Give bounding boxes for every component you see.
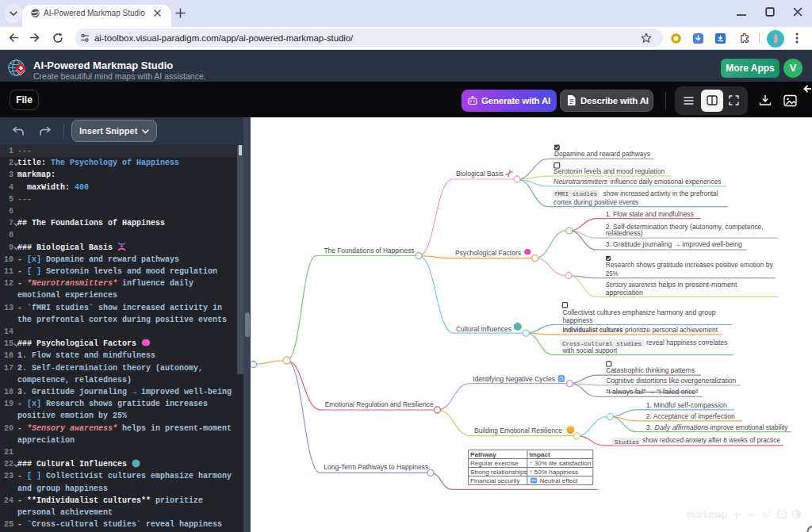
svg-text:Collectivist cultures emphasiz: Collectivist cultures emphasize harmony … <box>562 308 715 316</box>
svg-text:Psychological Factors: Psychological Factors <box>455 249 521 257</box>
svg-text:helps in present-moment: helps in present-moment <box>659 281 738 289</box>
svg-text:fMRI studies: fMRI studies <box>554 191 597 197</box>
svg-text:Identifying Negative Cycles: Identifying Negative Cycles <box>473 375 555 383</box>
svg-text:Neutral effect: Neutral effect <box>540 477 579 484</box>
svg-text:Financial security: Financial security <box>470 477 520 484</box>
svg-text:"I always fail" → "I failed on: "I always fail" → "I failed once" <box>606 388 698 396</box>
svg-text:Serotonin levels and mood regu: Serotonin levels and mood regulation <box>553 167 665 175</box>
svg-text:Cultural Influences: Cultural Influences <box>456 325 511 333</box>
svg-text:3. Gratitude journaling → impr: 3. Gratitude journaling → improved well-… <box>606 240 742 248</box>
svg-text:with social support: with social support <box>561 346 618 354</box>
svg-text:25%: 25% <box>606 270 619 277</box>
svg-text:Building Emotional Resilience: Building Emotional Resilience <box>474 427 562 434</box>
svg-text:Pathway: Pathway <box>470 451 496 458</box>
svg-text:↑ 50% happiness: ↑ 50% happiness <box>530 469 579 476</box>
svg-text:Daily affirmations: Daily affirmations <box>655 423 710 431</box>
svg-text:Long-Term Pathways to Happines: Long-Term Pathways to Happiness <box>324 463 429 471</box>
svg-text:Dopamine and reward pathways: Dopamine and reward pathways <box>554 150 650 158</box>
svg-text:3.: 3. <box>646 423 652 431</box>
svg-text:show increased activity in the: show increased activity in the prefronta… <box>603 189 718 197</box>
svg-text:show reduced anxiety after 8 w: show reduced anxiety after 8 weeks of pr… <box>642 436 780 444</box>
svg-text:Cognitive distortions like ove: Cognitive distortions like overgeneraliz… <box>606 377 736 385</box>
svg-text:Biological Basis: Biological Basis <box>456 170 504 178</box>
svg-text:Neurotransmitters: Neurotransmitters <box>553 178 608 186</box>
svg-text:improve emotional stability: improve emotional stability <box>710 423 789 431</box>
svg-text:↑ 30% life satisfaction: ↑ 30% life satisfaction <box>530 460 592 467</box>
svg-text:Strong relationships: Strong relationships <box>470 469 527 476</box>
svg-text:Emotional Regulation and Resil: Emotional Regulation and Resilience <box>325 400 434 408</box>
svg-text:Impact: Impact <box>530 451 550 458</box>
svg-text:1. Mindful self-compassion: 1. Mindful self-compassion <box>646 401 727 409</box>
svg-text:markmap: markmap <box>687 509 727 520</box>
svg-text:reveal happiness correlates: reveal happiness correlates <box>646 339 727 346</box>
svg-text:Sensory awareness: Sensory awareness <box>606 281 657 289</box>
svg-text:cortex during positive events: cortex during positive events <box>553 198 638 206</box>
svg-text:influence daily emotional expe: influence daily emotional experiences <box>610 178 721 186</box>
svg-text:Catastrophic thinking patterns: Catastrophic thinking patterns <box>606 366 695 374</box>
svg-text:Studies: Studies <box>615 439 639 446</box>
svg-text:relatedness): relatedness) <box>606 229 643 237</box>
svg-text:Regular exercise: Regular exercise <box>470 460 519 467</box>
svg-text:prioritize personal achievemen: prioritize personal achievement <box>625 326 718 334</box>
svg-text:happiness: happiness <box>562 316 592 324</box>
svg-text:appreciation: appreciation <box>606 289 643 297</box>
svg-text:Individualist cultures: Individualist cultures <box>562 326 622 334</box>
svg-text:2. Acceptance of imperfection: 2. Acceptance of imperfection <box>646 412 735 420</box>
svg-text:Research shows gratitude incre: Research shows gratitude increases posit… <box>606 261 774 269</box>
svg-text:1. Flow state and mindfulness: 1. Flow state and mindfulness <box>606 210 694 218</box>
svg-text:The Foundations of Happiness: The Foundations of Happiness <box>324 247 416 255</box>
